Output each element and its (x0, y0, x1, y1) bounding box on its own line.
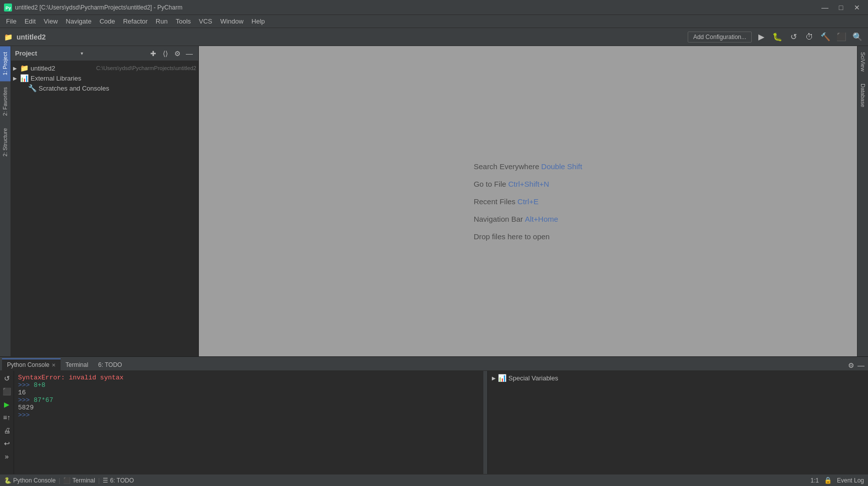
left-sidebar-tabs: 1: Project 2: Favorites 2: Structure (0, 46, 11, 356)
sidebar-tab-project[interactable]: 1: Project (0, 46, 11, 81)
close-button[interactable]: ✕ (850, 3, 864, 13)
panel-close-button[interactable]: — (184, 49, 194, 59)
scratches-icon: 🔧 (28, 84, 37, 92)
add-configuration-button[interactable]: Add Configuration... (688, 32, 752, 43)
libraries-icon: 📊 (20, 74, 29, 82)
menu-item-window[interactable]: Window (216, 16, 247, 27)
hint-recent-files: Recent Files Ctrl+E (474, 197, 583, 206)
console-expand-button[interactable]: » (2, 451, 13, 462)
debug-button[interactable]: 🐛 (771, 31, 784, 44)
project-title: untitled2 (17, 33, 349, 41)
tree-path-untitled2: C:\Users\ydsd\PycharmProjects\untitled2 (96, 65, 196, 71)
python-console-close-icon[interactable]: ✕ (52, 362, 56, 368)
editor-area[interactable]: Search Everywhere Double Shift Go to Fil… (199, 46, 857, 356)
right-tab-database[interactable]: Database (857, 78, 868, 113)
tree-arrow-external-libraries: ▶ (13, 76, 20, 81)
tree-item-untitled2[interactable]: ▶ 📁 untitled2 C:\Users\ydsd\PycharmProje… (11, 63, 198, 73)
terminal-tab-label: Terminal (66, 361, 88, 368)
special-variables-header[interactable]: ▶ 📊 Special Variables (492, 374, 864, 382)
menu-item-view[interactable]: View (40, 16, 62, 27)
hint-drop-files: Drop files here to open (474, 232, 583, 241)
tree-name-untitled2: untitled2 (31, 65, 94, 72)
console-result-2: 5829 (18, 404, 479, 411)
menu-item-tools[interactable]: Tools (172, 16, 195, 27)
folder-icon: 📁 (20, 64, 29, 72)
bottom-content: ↺ ⬛ ▶ ≡↑ 🖨 ↩ » SyntaxError: invalid synt… (0, 371, 868, 474)
console-output[interactable]: SyntaxError: invalid syntax >>> 8+8 16 >… (14, 371, 483, 474)
status-sep-1: | (59, 476, 60, 484)
tree-item-scratches[interactable]: 🔧 Scratches and Consoles (11, 83, 198, 93)
event-log-button[interactable]: Event Log (837, 477, 864, 484)
minimize-button[interactable]: — (818, 3, 832, 13)
stop-button[interactable]: ⬛ (835, 31, 848, 44)
svg-text:Py: Py (6, 6, 11, 11)
stop-console-button[interactable]: ⬛ (2, 386, 13, 397)
collapse-button[interactable]: ⟨⟩ (160, 49, 170, 59)
menu-item-vcs[interactable]: VCS (195, 16, 216, 27)
console-error-line: SyntaxError: invalid syntax (18, 374, 479, 381)
menu-item-code[interactable]: Code (96, 16, 119, 27)
hint-goto-file: Go to File Ctrl+Shift+N (474, 180, 583, 188)
print-button[interactable]: 🖨 (2, 425, 13, 436)
special-variables-icon: 📊 (498, 374, 506, 382)
menu-item-edit[interactable]: Edit (21, 16, 40, 27)
search-everywhere-button[interactable]: 🔍 (851, 31, 864, 44)
project-label[interactable]: Project (15, 50, 77, 57)
bottom-panel-minimize-button[interactable]: — (856, 360, 866, 370)
console-prompt-line-1: >>> 8+8 (18, 381, 479, 389)
caret-position: 1:1 (810, 477, 819, 484)
run-button[interactable]: ▶ (755, 31, 768, 44)
tree-name-scratches: Scratches and Consoles (39, 85, 196, 92)
menu-item-navigate[interactable]: Navigate (62, 16, 95, 27)
console-prompt-empty: >>> (18, 411, 479, 419)
menu-bar: FileEditViewNavigateCodeRefactorRunTools… (0, 15, 868, 28)
rerun-button[interactable]: ↺ (2, 373, 13, 384)
python-console-tab-label: Python Console (7, 361, 50, 368)
console-result-1: 16 (18, 389, 479, 396)
profile-button[interactable]: ⏱ (803, 31, 816, 44)
todo-status-tab[interactable]: ☰ 6: TODO (103, 477, 134, 484)
build-button[interactable]: 🔨 (819, 31, 832, 44)
hint-search-everywhere: Search Everywhere Double Shift (474, 162, 583, 171)
right-sidebar: SciView Database (857, 46, 868, 356)
status-sep-2: | (98, 476, 100, 484)
menu-item-refactor[interactable]: Refactor (119, 16, 152, 27)
console-scrollbar[interactable] (483, 371, 487, 474)
tab-python-console[interactable]: Python Console ✕ (2, 358, 61, 370)
app-icon: Py (4, 4, 12, 12)
project-panel: Project ▾ ✚ ⟨⟩ ⚙ — ▶ 📁 untitled2 C:\User… (11, 46, 199, 356)
menu-item-file[interactable]: File (2, 16, 21, 27)
sidebar-tab-structure[interactable]: 2: Structure (0, 122, 11, 163)
soft-wrap-button[interactable]: ↩ (2, 438, 13, 449)
menu-item-help[interactable]: Help (247, 16, 269, 27)
bottom-panel-settings-button[interactable]: ⚙ (846, 360, 856, 370)
show-history-button[interactable]: ≡↑ (2, 412, 13, 423)
special-variables-label: Special Variables (508, 374, 558, 382)
title-text: untitled2 [C:\Users\ydsd\PycharmProjects… (15, 4, 818, 11)
window-controls: — □ ✕ (818, 3, 864, 13)
maximize-button[interactable]: □ (834, 3, 848, 13)
coverage-button[interactable]: ↺ (787, 31, 800, 44)
tab-todo[interactable]: 6: TODO (93, 358, 127, 370)
right-tab-sciview[interactable]: SciView (857, 46, 868, 78)
python-console-status-tab[interactable]: 🐍 Python Console (4, 477, 56, 484)
run-console-button[interactable]: ▶ (2, 399, 13, 410)
sidebar-tab-favorites[interactable]: 2: Favorites (0, 81, 11, 122)
terminal-status-tab[interactable]: ⬛ Terminal (63, 477, 95, 484)
panel-settings-button[interactable]: ⚙ (172, 49, 182, 59)
menu-item-run[interactable]: Run (152, 16, 172, 27)
special-variables-arrow: ▶ (492, 375, 496, 381)
console-left-toolbar: ↺ ⬛ ▶ ≡↑ 🖨 ↩ » (0, 371, 14, 474)
tree-item-external-libraries[interactable]: ▶ 📊 External Libraries (11, 73, 198, 83)
editor-placeholder: Search Everywhere Double Shift Go to Fil… (474, 162, 583, 241)
toolbar: 📁 untitled2 Add Configuration... ▶ 🐛 ↺ ⏱… (0, 28, 868, 46)
project-chevron-icon: ▾ (81, 51, 83, 56)
bottom-panel: Python Console ✕ Terminal 6: TODO ⚙ — ↺ … (0, 356, 868, 474)
add-content-button[interactable]: ✚ (148, 49, 158, 59)
tab-terminal[interactable]: Terminal (61, 358, 93, 370)
tree-name-external-libraries: External Libraries (31, 75, 196, 82)
status-bar: 🐍 Python Console | ⬛ Terminal | ☰ 6: TOD… (0, 474, 868, 486)
console-prompt-line-2: >>> 87*67 (18, 396, 479, 404)
tree-arrow-untitled2: ▶ (13, 66, 20, 71)
bottom-tabs-bar: Python Console ✕ Terminal 6: TODO ⚙ — (0, 357, 868, 371)
